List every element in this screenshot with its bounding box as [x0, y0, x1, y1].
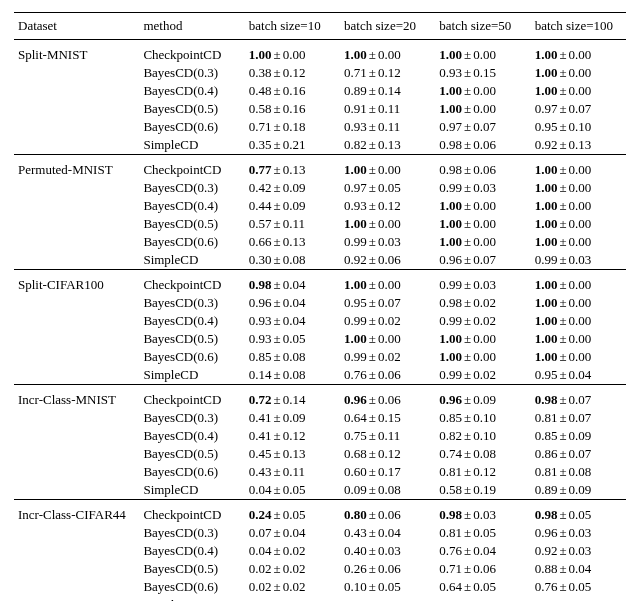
cell-method: CheckpointCD — [139, 155, 244, 180]
cell-method: BayesCD(0.3) — [139, 409, 244, 427]
cell-value: 0.89±0.09 — [531, 481, 626, 500]
cell-dataset — [14, 136, 139, 155]
cell-method: BayesCD(0.4) — [139, 427, 244, 445]
cell-value: 0.93±0.15 — [435, 64, 530, 82]
cell-value: 0.68±0.12 — [340, 445, 435, 463]
table-row: Permuted-MNISTCheckpointCD0.77±0.131.00±… — [14, 155, 626, 180]
cell-value: 0.97±0.07 — [531, 100, 626, 118]
cell-value: 0.09±0.08 — [340, 481, 435, 500]
cell-method: BayesCD(0.5) — [139, 215, 244, 233]
cell-dataset — [14, 118, 139, 136]
cell-value: 0.81±0.08 — [531, 463, 626, 481]
cell-value: 1.00±0.00 — [531, 40, 626, 65]
cell-value: 0.95±0.04 — [531, 366, 626, 385]
cell-value: 0.99±0.02 — [435, 312, 530, 330]
cell-method: SimpleCD — [139, 366, 244, 385]
cell-dataset — [14, 294, 139, 312]
cell-dataset — [14, 463, 139, 481]
cell-method: SimpleCD — [139, 251, 244, 270]
cell-dataset — [14, 481, 139, 500]
cell-value: 0.58±0.16 — [245, 100, 340, 118]
table-row: SimpleCD0.14±0.080.76±0.060.99±0.020.95±… — [14, 366, 626, 385]
cell-value: 0.98±0.02 — [435, 294, 530, 312]
cell-value: 0.71±0.06 — [435, 560, 530, 578]
cell-method: BayesCD(0.5) — [139, 560, 244, 578]
cell-value: 1.00±0.00 — [531, 64, 626, 82]
cell-value: 0.72±0.14 — [245, 385, 340, 410]
cell-value: 0.75±0.11 — [340, 427, 435, 445]
cell-value: 0.24±0.05 — [245, 500, 340, 525]
cell-method: BayesCD(0.6) — [139, 463, 244, 481]
cell-value: 0.98±0.03 — [435, 500, 530, 525]
cell-value: 0.96±0.09 — [435, 385, 530, 410]
table-row: BayesCD(0.4)0.48±0.160.89±0.141.00±0.001… — [14, 82, 626, 100]
cell-value: 0.92±0.06 — [340, 251, 435, 270]
table-row: BayesCD(0.6)0.66±0.130.99±0.031.00±0.001… — [14, 233, 626, 251]
table-row: BayesCD(0.4)0.04±0.020.40±0.030.76±0.040… — [14, 542, 626, 560]
cell-value: 0.00±0.01 — [245, 596, 340, 601]
cell-value: 0.97±0.07 — [435, 118, 530, 136]
table-row: BayesCD(0.5)0.02±0.020.26±0.060.71±0.060… — [14, 560, 626, 578]
cell-value: 0.85±0.10 — [435, 409, 530, 427]
cell-value: 1.00±0.00 — [340, 40, 435, 65]
table-row: BayesCD(0.3)0.96±0.040.95±0.070.98±0.021… — [14, 294, 626, 312]
cell-value: 0.89±0.14 — [340, 82, 435, 100]
table-row: BayesCD(0.5)0.57±0.111.00±0.001.00±0.001… — [14, 215, 626, 233]
table-row: SimpleCD0.04±0.050.09±0.080.58±0.190.89±… — [14, 481, 626, 500]
cell-value: 0.99±0.02 — [340, 312, 435, 330]
cell-value: 0.96±0.04 — [245, 294, 340, 312]
col-bs100: batch size=100 — [531, 13, 626, 40]
cell-value: 0.93±0.05 — [245, 330, 340, 348]
cell-value: 0.96±0.06 — [340, 385, 435, 410]
cell-value: 0.43±0.11 — [245, 463, 340, 481]
cell-value: 0.85±0.08 — [245, 348, 340, 366]
cell-value: 0.76±0.04 — [435, 542, 530, 560]
table-row: Incr-Class-CIFAR44CheckpointCD0.24±0.050… — [14, 500, 626, 525]
cell-dataset — [14, 596, 139, 601]
cell-dataset: Permuted-MNIST — [14, 155, 139, 180]
cell-value: 0.96±0.07 — [435, 251, 530, 270]
cell-value: 0.64±0.05 — [435, 578, 530, 596]
cell-value: 1.00±0.00 — [531, 330, 626, 348]
cell-value: 0.98±0.07 — [531, 385, 626, 410]
cell-value: 1.00±0.00 — [340, 270, 435, 295]
table-row: Split-CIFAR100CheckpointCD0.98±0.041.00±… — [14, 270, 626, 295]
cell-value: 0.64±0.15 — [340, 409, 435, 427]
cell-value: 0.02±0.02 — [245, 578, 340, 596]
cell-dataset — [14, 312, 139, 330]
cell-dataset: Split-CIFAR100 — [14, 270, 139, 295]
cell-value: 0.92±0.13 — [531, 136, 626, 155]
cell-method: CheckpointCD — [139, 270, 244, 295]
table-row: BayesCD(0.3)0.38±0.120.71±0.120.93±0.151… — [14, 64, 626, 82]
table-header: Dataset method batch size=10 batch size=… — [14, 13, 626, 40]
cell-dataset — [14, 233, 139, 251]
table-row: BayesCD(0.4)0.93±0.040.99±0.020.99±0.021… — [14, 312, 626, 330]
cell-value: 0.81±0.12 — [435, 463, 530, 481]
cell-value: 0.35±0.21 — [245, 136, 340, 155]
table-row: BayesCD(0.6)0.71±0.180.93±0.110.97±0.070… — [14, 118, 626, 136]
cell-value: 0.86±0.07 — [531, 445, 626, 463]
cell-value: 0.80±0.06 — [340, 500, 435, 525]
cell-method: SimpleCD — [139, 596, 244, 601]
cell-value: 0.30±0.08 — [245, 251, 340, 270]
cell-method: BayesCD(0.4) — [139, 312, 244, 330]
cell-value: 1.00±0.00 — [435, 100, 530, 118]
cell-method: BayesCD(0.3) — [139, 179, 244, 197]
cell-method: BayesCD(0.5) — [139, 100, 244, 118]
cell-value: 0.44±0.09 — [245, 197, 340, 215]
cell-dataset — [14, 330, 139, 348]
table-row: SimpleCD0.00±0.010.01±0.010.12±0.040.74±… — [14, 596, 626, 601]
cell-dataset: Incr-Class-CIFAR44 — [14, 500, 139, 525]
cell-value: 1.00±0.00 — [435, 40, 530, 65]
cell-value: 0.82±0.13 — [340, 136, 435, 155]
cell-value: 0.93±0.11 — [340, 118, 435, 136]
cell-method: SimpleCD — [139, 136, 244, 155]
table-row: BayesCD(0.6)0.85±0.080.99±0.021.00±0.001… — [14, 348, 626, 366]
cell-method: BayesCD(0.4) — [139, 197, 244, 215]
cell-value: 0.48±0.16 — [245, 82, 340, 100]
table-row: BayesCD(0.6)0.43±0.110.60±0.170.81±0.120… — [14, 463, 626, 481]
cell-method: BayesCD(0.3) — [139, 294, 244, 312]
cell-value: 0.99±0.03 — [435, 270, 530, 295]
cell-value: 0.12±0.04 — [435, 596, 530, 601]
table-row: BayesCD(0.6)0.02±0.020.10±0.050.64±0.050… — [14, 578, 626, 596]
